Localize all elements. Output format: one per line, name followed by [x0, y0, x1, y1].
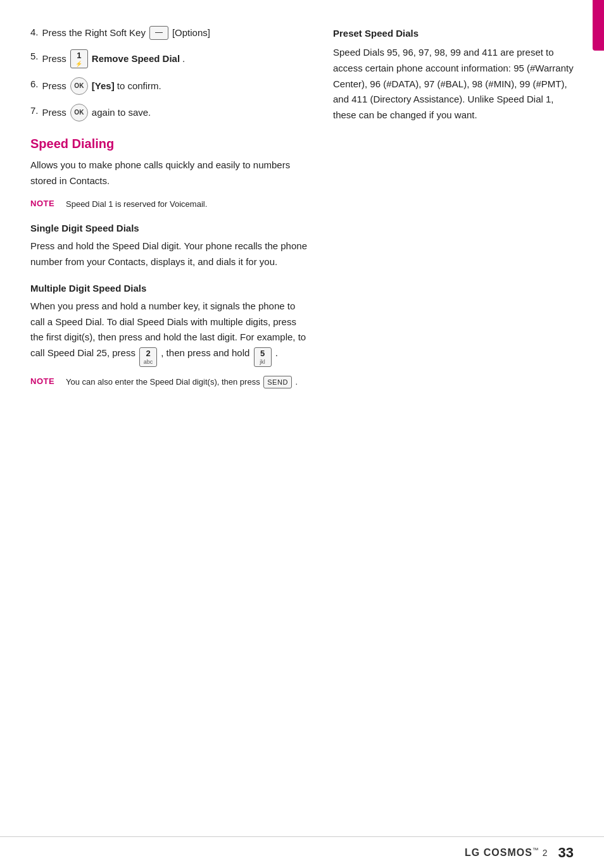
note-1-text: Speed Dial 1 is reserved for Voicemail. [66, 198, 207, 211]
page-footer: LG COSMOS™ 2 33 [0, 836, 604, 868]
step-4-content: Press the Right Soft Key — [Options] [42, 25, 210, 40]
step-7-number: 7. [30, 104, 39, 118]
step-6-suffix: to confirm. [117, 78, 161, 94]
ok-key-icon-6: OK [70, 77, 88, 95]
preset-speed-dials-body: Speed Dials 95, 96, 97, 98, 99 and 411 a… [333, 45, 574, 123]
send-key-icon: SEND [263, 376, 292, 389]
left-column: 4. Press the Right Soft Key — [Options] … [30, 25, 308, 399]
step-6-number: 6. [30, 77, 39, 92]
footer-brand: LG COSMOS™ 2 [465, 846, 548, 859]
multiple-digit-body: When you press and hold a number key, it… [30, 299, 308, 367]
single-digit-body: Press and hold the Speed Dial digit. You… [30, 239, 308, 270]
multiple-digit-heading: Multiple Digit Speed Dials [30, 283, 308, 294]
step-5-period: . [182, 51, 185, 66]
step-7-content: Press OK again to save. [42, 104, 151, 121]
preset-speed-dials-heading: Preset Speed Dials [333, 28, 574, 39]
step-6: 6. Press OK [Yes] to confirm. [30, 77, 308, 95]
single-digit-heading: Single Digit Speed Dials [30, 223, 308, 233]
speed-dialing-body: Allows you to make phone calls quickly a… [30, 158, 308, 189]
note-2-block: NOTE You can also enter the Speed Dial d… [30, 376, 308, 389]
step-7: 7. Press OK again to save. [30, 104, 308, 121]
brand-name: LG COSMOS [465, 847, 532, 858]
step-4: 4. Press the Right Soft Key — [Options] [30, 25, 308, 40]
step-7-suffix: again to save. [92, 105, 151, 120]
step-6-content: Press OK [Yes] to confirm. [42, 77, 161, 95]
step-5-label: Remove Speed Dial [92, 51, 180, 66]
key-2-button: 2 abc [139, 347, 157, 366]
note-2-label: NOTE [30, 376, 61, 386]
page-tab [593, 0, 604, 51]
multiple-digit-text-2: , then press and hold [161, 347, 249, 358]
step-6-yes: [Yes] [92, 78, 115, 94]
page-content: 4. Press the Right Soft Key — [Options] … [0, 0, 604, 424]
note-1-block: NOTE Speed Dial 1 is reserved for Voicem… [30, 198, 308, 211]
step-4-number: 4. [30, 25, 39, 40]
step-5-number: 5. [30, 49, 39, 64]
step-5-content: Press 1 ⚡ Remove Speed Dial . [42, 49, 186, 68]
soft-key-icon: — [149, 26, 168, 40]
step-5: 5. Press 1 ⚡ Remove Speed Dial . [30, 49, 308, 68]
step-4-prefix: Press the Right Soft Key [42, 25, 146, 40]
speed-dialing-heading: Speed Dialing [30, 137, 308, 151]
brand-model: 2 [543, 848, 548, 858]
step-4-options: [Options] [172, 25, 210, 40]
note-1-label: NOTE [30, 199, 61, 208]
note-2-text-2: . [295, 377, 298, 387]
step-6-prefix: Press [42, 78, 66, 94]
note-2-text: You can also enter the Speed Dial digit(… [66, 376, 298, 389]
right-column: Preset Speed Dials Speed Dials 95, 96, 9… [333, 25, 574, 399]
note-2-text-1: You can also enter the Speed Dial digit(… [66, 377, 260, 387]
key-1-button: 1 ⚡ [70, 49, 88, 68]
multiple-digit-text-3: . [275, 347, 278, 358]
step-5-prefix: Press [42, 51, 66, 66]
ok-key-icon-7: OK [70, 104, 88, 121]
step-7-prefix: Press [42, 105, 66, 120]
brand-tm: ™ [532, 846, 539, 853]
key-5-button: 5 jkl [254, 347, 272, 366]
page-number: 33 [558, 845, 574, 861]
